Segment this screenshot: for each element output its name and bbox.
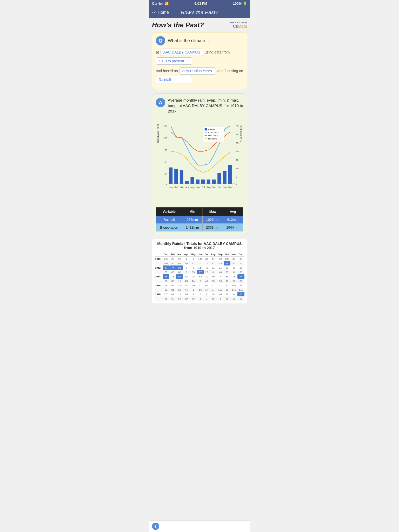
value-cell: 20 (190, 283, 197, 288)
value-cell: 90 (176, 257, 183, 261)
focusing-label: and focusing on (217, 69, 243, 73)
question-row-station: at AAC DALBY CAMPUS using data from 1910… (156, 49, 243, 65)
svg-text:30: 30 (236, 133, 238, 136)
status-left: Carrier 📶 (152, 2, 169, 5)
filter-field[interactable]: only El Nino Years (179, 67, 216, 75)
value-cell: 85 (163, 270, 170, 274)
value-cell: 1 (190, 288, 197, 292)
col-jul: Jul (204, 252, 209, 257)
value-cell: 25 (224, 296, 230, 301)
value-cell: 66 (176, 261, 183, 265)
value-cell: 1 (197, 296, 204, 301)
carrier-label: Carrier (152, 2, 163, 5)
value-cell: 18 (183, 274, 190, 279)
value-cell: 13 (183, 279, 190, 283)
status-bar: Carrier 📶 9:03 PM 100% 🔋 (149, 0, 250, 7)
value-cell: 7 (217, 274, 224, 279)
year-cell (155, 296, 163, 301)
svg-text:Jan: Jan (169, 186, 173, 189)
value-cell: 89 (163, 283, 170, 288)
value-cell: 36 (217, 279, 224, 283)
svg-rect-35 (180, 170, 183, 184)
svg-rect-46 (205, 128, 207, 130)
value-cell: 158 (217, 288, 224, 292)
svg-rect-36 (185, 181, 189, 184)
svg-rect-43 (223, 171, 227, 184)
value-cell: 86 (176, 274, 183, 279)
value-cell: 25 (224, 270, 230, 274)
svg-rect-41 (212, 179, 216, 184)
value-cell: 0 (190, 265, 197, 270)
value-cell: 22 (190, 261, 197, 265)
value-cell: 69 (169, 296, 176, 301)
battery-icon: 🔋 (243, 2, 247, 5)
col-oct: Oct (224, 252, 230, 257)
table-row: Rainfall 265mm 1026mm 612mm (156, 216, 243, 224)
col-variable: Variable (156, 208, 182, 216)
value-cell: 35 (224, 288, 230, 292)
value-cell: 3 (217, 296, 224, 301)
question-header: Q What is the climate ... (156, 36, 243, 45)
monthly-row: 191247749200114463121834728 (155, 265, 244, 270)
value-cell: 56 (237, 296, 244, 301)
based-label: and based on (156, 69, 178, 73)
value-cell: 75 (163, 274, 170, 279)
col-sep: Sep (217, 252, 224, 257)
monthly-header-row: Jan Feb Mar Apr May Jun Jul Aug Sep Oct … (155, 252, 244, 257)
value-cell: 36 (169, 279, 176, 283)
station-field[interactable]: AAC DALBY CAMPUS (161, 49, 203, 56)
value-cell: 1 (183, 257, 190, 261)
value-cell: 0 (183, 265, 190, 270)
col-year (155, 252, 163, 257)
svg-rect-40 (207, 179, 210, 184)
monthly-row: 58361113148403536112451 (155, 279, 244, 283)
svg-text:0: 0 (236, 183, 237, 185)
value-cell: 66 (169, 270, 176, 274)
nav-title: How's the Past? (181, 10, 218, 15)
monthly-row: 191475188618286230107341874 (155, 274, 244, 279)
value-cell: 105 (176, 283, 183, 288)
value-cell: 54 (183, 283, 190, 288)
svg-text:Mar: Mar (180, 186, 184, 189)
value-cell: 46 (204, 265, 209, 270)
year-cell (155, 288, 163, 292)
value-cell: 183 (230, 283, 238, 288)
date-range-field[interactable]: 1910 to present (156, 57, 192, 65)
svg-text:5: 5 (236, 176, 237, 178)
col-avg: Avg (223, 208, 243, 216)
svg-rect-33 (169, 168, 172, 184)
svg-rect-34 (174, 169, 178, 184)
page-header: How's the Past? AUSTRALIAN CliMate (152, 21, 247, 29)
monthly-table: Jan Feb Mar Apr May Jun Jul Aug Sep Oct … (155, 252, 244, 301)
svg-text:Rainfall: Rainfall (208, 128, 215, 131)
back-button[interactable]: ‹ < Home (152, 10, 169, 15)
value-cell: 33 (204, 257, 209, 261)
svg-text:25: 25 (236, 142, 238, 144)
value-cell: 82 (163, 288, 170, 292)
brand-climate: CliMate (229, 24, 247, 29)
value-cell: 44 (183, 288, 190, 292)
value-cell: 31 (210, 265, 217, 270)
value-cell: 47 (210, 283, 217, 288)
value-cell: 74 (169, 265, 176, 270)
value-cell: 47 (169, 292, 176, 296)
svg-text:50: 50 (165, 173, 167, 176)
col-min: Min (182, 208, 203, 216)
cell-avg: 1944mm (223, 224, 243, 231)
value-cell: 24 (210, 288, 217, 292)
value-cell: 63 (176, 288, 183, 292)
svg-text:Min Temp: Min Temp (208, 138, 217, 140)
value-cell: 39 (237, 283, 244, 288)
col-mar: Mar (176, 252, 183, 257)
value-cell: 11 (176, 279, 183, 283)
answer-icon: A (156, 98, 165, 107)
value-cell: 17 (210, 257, 217, 261)
question-icon: Q (156, 36, 165, 45)
battery-label: 100% (233, 2, 242, 5)
focus-field[interactable]: Rainfall (156, 76, 192, 83)
back-chevron-icon: ‹ (152, 10, 153, 15)
value-cell: 53 (169, 261, 176, 265)
brand-australian: AUSTRALIAN (229, 22, 247, 24)
svg-text:Evaporation: Evaporation (208, 131, 219, 134)
value-cell: 71 (197, 283, 204, 288)
